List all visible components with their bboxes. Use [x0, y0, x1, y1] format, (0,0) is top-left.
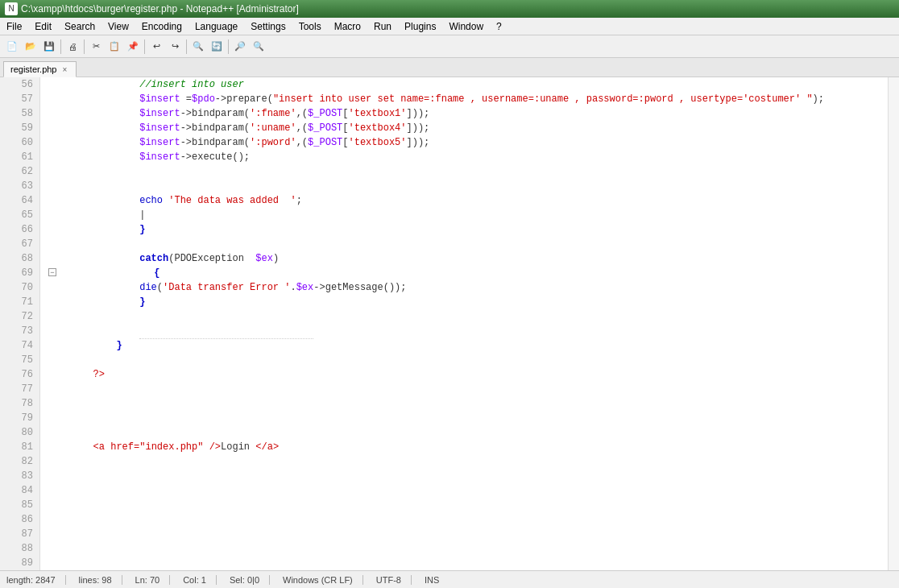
- editor-container: 5657585960616263646566676869707172737475…: [0, 77, 899, 570]
- code-line-70: die('Data transfer Error '.$ex->getMessa…: [47, 280, 888, 295]
- line-number-76: 76: [6, 367, 33, 382]
- code-line-65: |: [47, 208, 888, 222]
- redo-button[interactable]: ↪: [166, 38, 184, 56]
- code-line-84: [47, 483, 888, 498]
- menu-plugins[interactable]: Plugins: [398, 18, 442, 35]
- menubar: File Edit Search View Encoding Language …: [0, 18, 899, 35]
- open-button[interactable]: 📂: [22, 38, 39, 56]
- code-line-82: [47, 454, 888, 469]
- line-numbers: 5657585960616263646566676869707172737475…: [0, 77, 40, 570]
- paste-button[interactable]: 📌: [124, 38, 142, 56]
- copy-button[interactable]: 📋: [106, 38, 123, 56]
- fold-indicator[interactable]: −: [48, 268, 56, 276]
- menu-settings[interactable]: Settings: [244, 18, 292, 35]
- code-line-66: }: [47, 222, 888, 237]
- line-number-85: 85: [6, 498, 33, 512]
- code-line-87: [47, 527, 888, 541]
- tab-register[interactable]: register.php ×: [3, 61, 77, 77]
- line-number-84: 84: [6, 483, 33, 498]
- menu-search[interactable]: Search: [58, 18, 102, 35]
- line-number-65: 65: [6, 208, 33, 222]
- line-number-87: 87: [6, 527, 33, 541]
- line-number-62: 62: [6, 164, 33, 179]
- code-line-73: [47, 324, 888, 338]
- line-number-70: 70: [6, 280, 33, 295]
- line-number-75: 75: [6, 353, 33, 367]
- separator-3: [144, 39, 145, 54]
- separator-4: [186, 39, 187, 54]
- line-number-68: 68: [6, 251, 33, 266]
- cut-button[interactable]: ✂: [87, 38, 105, 56]
- line-number-86: 86: [6, 512, 33, 527]
- code-line-74: }: [47, 338, 888, 353]
- tabbar: register.php ×: [0, 58, 899, 77]
- line-number-57: 57: [6, 92, 33, 106]
- line-number-78: 78: [6, 396, 33, 411]
- code-line-86: [47, 512, 888, 527]
- menu-window[interactable]: Window: [442, 18, 490, 35]
- code-area[interactable]: //insert into user $insert =$pdo->prepar…: [40, 77, 888, 570]
- find-button[interactable]: 🔍: [189, 38, 207, 56]
- menu-tools[interactable]: Tools: [292, 18, 328, 35]
- line-number-74: 74: [6, 338, 33, 353]
- line-number-67: 67: [6, 237, 33, 251]
- code-line-63: [47, 179, 888, 193]
- code-line-64: echo 'The data was added ';: [47, 193, 888, 208]
- line-number-66: 66: [6, 222, 33, 237]
- new-button[interactable]: 📄: [3, 38, 21, 56]
- code-line-57: $insert =$pdo->prepare("insert into user…: [47, 92, 888, 106]
- separator-2: [84, 39, 85, 54]
- menu-help[interactable]: ?: [490, 18, 508, 35]
- line-number-60: 60: [6, 135, 33, 150]
- undo-button[interactable]: ↩: [147, 38, 165, 56]
- status-item-3: Col: 1: [183, 575, 217, 585]
- line-number-83: 83: [6, 469, 33, 483]
- print-button[interactable]: 🖨: [64, 38, 81, 56]
- line-number-77: 77: [6, 382, 33, 396]
- line-number-64: 64: [6, 193, 33, 208]
- status-item-7: INS: [425, 575, 439, 585]
- menu-edit[interactable]: Edit: [28, 18, 58, 35]
- code-line-75: [47, 353, 888, 367]
- menu-view[interactable]: View: [102, 18, 135, 35]
- line-number-56: 56: [6, 77, 33, 92]
- line-number-89: 89: [6, 556, 33, 570]
- menu-macro[interactable]: Macro: [328, 18, 367, 35]
- line-number-81: 81: [6, 440, 33, 454]
- line-number-80: 80: [6, 425, 33, 440]
- line-number-73: 73: [6, 324, 33, 338]
- status-item-2: Ln: 70: [135, 575, 171, 585]
- code-line-85: [47, 498, 888, 512]
- line-number-71: 71: [6, 295, 33, 309]
- line-number-72: 72: [6, 309, 33, 324]
- menu-encoding[interactable]: Encoding: [135, 18, 188, 35]
- replace-button[interactable]: 🔄: [208, 38, 226, 56]
- app-icon: N: [5, 2, 18, 15]
- scrollbar[interactable]: [888, 77, 899, 570]
- titlebar: N C:\xampp\htdocs\burger\register.php - …: [0, 0, 899, 18]
- save-button[interactable]: 💾: [40, 38, 58, 56]
- tab-close-button[interactable]: ×: [60, 64, 69, 74]
- status-item-4: Sel: 0|0: [230, 575, 270, 585]
- line-number-63: 63: [6, 179, 33, 193]
- code-line-61: $insert->execute();: [47, 150, 888, 164]
- code-line-81: <a href="index.php" />Login </a>: [47, 440, 888, 454]
- code-line-78: [47, 396, 888, 411]
- code-line-79: [47, 411, 888, 425]
- menu-file[interactable]: File: [0, 18, 28, 35]
- line-number-69: 69: [6, 266, 33, 280]
- code-line-80: [47, 425, 888, 440]
- menu-run[interactable]: Run: [367, 18, 398, 35]
- zoom-out-button[interactable]: 🔍: [250, 38, 267, 56]
- separator-5: [228, 39, 229, 54]
- code-line-71: }: [47, 295, 888, 309]
- menu-language[interactable]: Language: [188, 18, 244, 35]
- code-line-76: ?>: [47, 367, 888, 382]
- zoom-in-button[interactable]: 🔎: [231, 38, 249, 56]
- line-number-82: 82: [6, 454, 33, 469]
- status-item-6: UTF-8: [376, 575, 412, 585]
- code-line-69: − {: [47, 266, 888, 280]
- titlebar-text: C:\xampp\htdocs\burger\register.php - No…: [21, 3, 299, 14]
- line-number-58: 58: [6, 106, 33, 121]
- line-number-61: 61: [6, 150, 33, 164]
